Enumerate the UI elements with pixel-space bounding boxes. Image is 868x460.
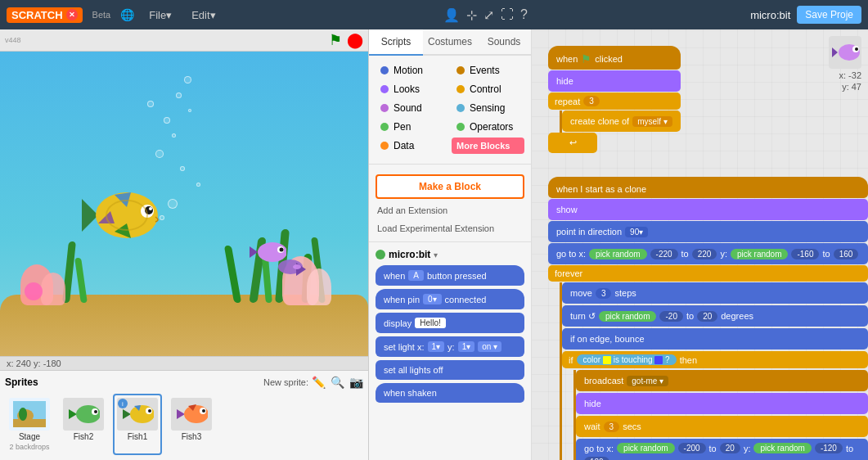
sprite-item-fish3[interactable]: Fish3 (167, 394, 216, 455)
block-if-color[interactable]: if color is touching ? then (562, 351, 868, 368)
stop-button[interactable]: ⬤ (347, 31, 363, 49)
block-move[interactable]: move 3 steps (562, 282, 868, 304)
sprite-item-stage[interactable]: Stage 2 backdrops (5, 394, 54, 455)
paint-icon[interactable]: ✏️ (312, 376, 326, 389)
mb-block-pin-connected[interactable]: when pin 0▾ connected (376, 289, 524, 309)
svg-point-25 (148, 409, 151, 413)
cat-motion[interactable]: Motion (376, 62, 448, 79)
wait-value: 3 (604, 422, 620, 432)
x-max: 220 (692, 249, 717, 259)
move-label: move (570, 288, 592, 298)
bubble (184, 76, 191, 83)
mb-block-set-light[interactable]: set light x: 1▾ y: 1▾ on ▾ (376, 336, 524, 357)
svg-marker-17 (69, 409, 77, 419)
tab-costumes[interactable]: Costumes (423, 29, 477, 54)
block-turn[interactable]: turn ↺ pick random -20 to 20 degrees (562, 305, 868, 327)
scripts-area[interactable]: x: -32 y: 47 when ⚑ clicked hide repeat (532, 29, 868, 460)
block-show[interactable]: show (548, 199, 868, 220)
cat-looks[interactable]: Looks (376, 81, 448, 97)
x-min: -220 (650, 249, 678, 259)
mb-block-shaken[interactable]: when shaken (376, 383, 524, 403)
sprite-item-fish1[interactable]: i Fish1 (113, 394, 162, 455)
upload-sprite-icon[interactable]: 🔍 (331, 376, 344, 389)
all-lights-label: set all lights off (384, 365, 443, 375)
block-point-direction[interactable]: point in direction 90▾ (548, 221, 868, 242)
pick-random-x2: pick random (617, 443, 674, 453)
cat-data[interactable]: Data (376, 138, 448, 154)
file-menu[interactable]: File▾ (144, 7, 177, 23)
cat-events[interactable]: Events (452, 62, 524, 79)
display-label: display (384, 318, 412, 328)
block-forever[interactable]: forever (548, 265, 868, 282)
blocks-panel: Scripts Costumes Sounds Motion Events (368, 29, 532, 460)
show-label: show (556, 205, 578, 214)
turn-min: -20 (659, 311, 682, 322)
mb-block-btn-pressed[interactable]: when A button pressed (376, 265, 524, 286)
block-hide-2[interactable]: hide (576, 393, 868, 414)
y2-label: y: (744, 444, 751, 453)
block-wait[interactable]: wait 3 secs (576, 416, 868, 437)
tab-scripts[interactable]: Scripts (369, 29, 423, 56)
degrees-label: degrees (721, 311, 753, 321)
fullscreen-icon[interactable]: ⛶ (501, 7, 514, 23)
logo-x: ✕ (66, 9, 78, 20)
block-goto-xy-2[interactable]: go to x: pick random -200 to 20 y: pick … (576, 439, 868, 460)
edit-menu[interactable]: Edit▾ (187, 7, 220, 23)
block-goto-xy[interactable]: go to x: pick random -220 to 220 y: pick… (548, 243, 868, 264)
stage-controls: v448 ⚑ ⬤ (0, 29, 368, 52)
svg-marker-9 (250, 246, 258, 258)
block-stack-1: when ⚑ clicked hide repeat 3 create clon… (548, 46, 681, 154)
block-repeat[interactable]: repeat 3 (548, 92, 681, 110)
hide-label: hide (556, 76, 573, 86)
load-experimental-button[interactable]: Load Experimental Extension (376, 222, 524, 235)
cat-operators[interactable]: Operators (452, 119, 524, 135)
fish2-label: Fish2 (74, 432, 93, 441)
shaken-label: when shaken (384, 388, 437, 398)
mb-block-all-lights-off[interactable]: set all lights off (376, 360, 524, 380)
mb-block-display[interactable]: display Hello! (376, 313, 524, 333)
cat-pen[interactable]: Pen (376, 119, 448, 135)
repeat-value: 3 (583, 96, 600, 106)
repeat-end-arrow: ↩ (569, 138, 577, 148)
make-block-button[interactable]: Make a Block (376, 174, 524, 199)
bubble (188, 109, 191, 112)
block-broadcast[interactable]: broadcast got-me ▾ (576, 370, 868, 391)
microbit-header[interactable]: micro:bit ▾ (376, 249, 524, 260)
cat-sensing[interactable]: Sensing (452, 100, 524, 116)
block-when-clicked[interactable]: when ⚑ clicked (548, 46, 681, 70)
cat-more-blocks[interactable]: More Blocks (452, 138, 524, 154)
stage-canvas[interactable] (0, 52, 368, 356)
block-hide[interactable]: hide (548, 70, 681, 92)
block-stack-2: when I start as a clone show point in di… (548, 177, 868, 460)
color-swatch-blue (654, 356, 663, 364)
cat-events-label: Events (470, 65, 500, 76)
to-label-3: to (686, 311, 694, 321)
topbar: SCRATCH ✕ Beta 🌐 File▾ Edit▾ 👤 ⊹ ⤢ ⛶ ? m… (0, 0, 868, 29)
expand-icon[interactable]: ⤢ (483, 7, 494, 23)
block-create-clone[interactable]: create clone of myself ▾ (562, 110, 681, 132)
person-icon[interactable]: 👤 (443, 7, 460, 23)
block-clone-hat[interactable]: when I start as a clone (548, 177, 868, 198)
block-edge-bounce[interactable]: if on edge, bounce (562, 328, 868, 350)
sprite-y-coord: y: 47 (829, 82, 861, 92)
scratch-logo[interactable]: SCRATCH ✕ (7, 7, 83, 23)
green-flag-button[interactable]: ⚑ (329, 31, 342, 49)
add-extension-button[interactable]: Add an Extension (376, 204, 524, 217)
cat-sound[interactable]: Sound (376, 100, 448, 116)
save-project-button[interactable]: Save Proje (797, 6, 861, 24)
sprite-item-fish2[interactable]: Fish2 (59, 394, 108, 455)
info-badge: i (118, 399, 128, 408)
point-label: point in direction (556, 227, 622, 237)
sprites-header: Sprites New sprite: ✏️ 🔍 📷 (5, 376, 363, 389)
cat-row-2: Looks Control (376, 81, 524, 97)
globe-icon[interactable]: 🌐 (120, 8, 134, 21)
cat-control[interactable]: Control (452, 81, 524, 97)
cat-divider (369, 164, 531, 165)
y2-min: -120 (815, 443, 843, 453)
if-inner: broadcast got-me ▾ hide wait 3 secs (573, 370, 868, 460)
help-icon[interactable]: ? (520, 7, 528, 23)
cursor-icon[interactable]: ⊹ (466, 7, 477, 23)
logo-text: SCRATCH (11, 9, 63, 21)
tab-sounds[interactable]: Sounds (477, 29, 531, 54)
camera-icon[interactable]: 📷 (349, 376, 363, 389)
